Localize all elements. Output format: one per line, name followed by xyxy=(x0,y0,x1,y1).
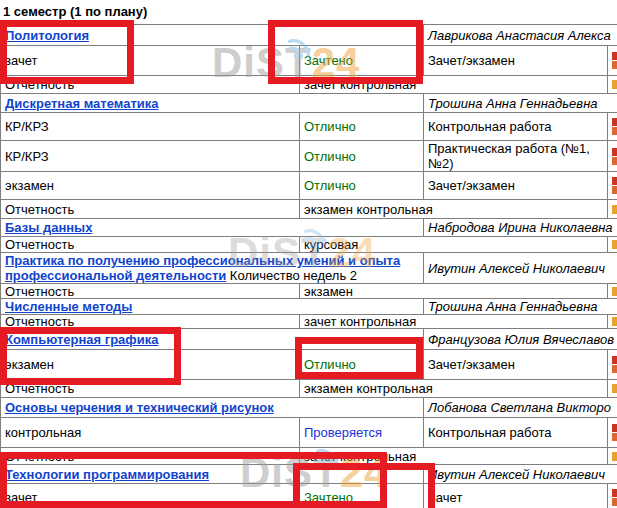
course-title-cell: Технологии программирования xyxy=(1,465,424,484)
edge-cut-cell xyxy=(608,141,617,172)
teacher-name: Лаврикова Анастасия Алекса xyxy=(424,25,617,46)
course-link[interactable]: Компьютерная графика xyxy=(5,332,158,347)
course-title-cell: Численные методы xyxy=(1,299,424,315)
grade-value-cell: Зачтено xyxy=(300,46,424,76)
edge-fragment xyxy=(612,80,617,89)
course-title-cell: Дискретная математика xyxy=(1,94,424,113)
course-link[interactable]: Численные методы xyxy=(5,299,132,314)
table-row-course: Компьютерная графикаФранцузова Юлия Вяче… xyxy=(1,329,617,350)
report-value-cell: зачет контрольная xyxy=(300,315,608,329)
table-row-grade: экзаменОтличноЗачет/экзамен xyxy=(1,350,617,380)
grade-value-cell: Отлично xyxy=(300,172,424,200)
report-label-cell: Отчетность xyxy=(1,380,300,398)
edge-fragment xyxy=(612,52,617,60)
table-row-report: Отчетностькурсовая xyxy=(1,237,617,253)
teacher-name: Трошина Анна Геннадьевна xyxy=(424,299,617,315)
report-label-cell: Отчетность xyxy=(1,315,300,329)
grade-kind-cell: Зачет/экзамен xyxy=(424,350,608,380)
grade-label-cell: контрольная xyxy=(1,418,300,448)
grade-value-cell: Отлично xyxy=(300,350,424,380)
course-link[interactable]: Основы черчения и технический рисунок xyxy=(5,400,274,415)
course-title-cell: Компьютерная графика xyxy=(1,329,424,350)
report-label-cell: Отчетность xyxy=(1,448,300,465)
table-row-report: Отчетностьэкзамен контрольная xyxy=(1,380,617,398)
edge-fragment xyxy=(612,424,617,432)
edge-fragment xyxy=(612,205,617,214)
edge-cut-cell xyxy=(608,418,617,448)
edge-fragment xyxy=(612,498,617,506)
course-title-cell: Основы черчения и технический рисунок xyxy=(1,398,424,418)
course-weeks-label: Количество недель 2 xyxy=(226,268,357,283)
report-value-cell: экзамен контрольная xyxy=(300,380,608,398)
report-value-cell: зачет контрольная xyxy=(300,76,608,94)
page-title: 1 семестр (1 по плану) xyxy=(0,0,617,24)
edge-fragment xyxy=(612,356,617,364)
edge-cut-cell xyxy=(608,350,617,380)
grade-value: Зачтено xyxy=(304,53,353,68)
grade-label-cell: экзамен xyxy=(1,350,300,380)
edge-fragment xyxy=(612,384,617,393)
course-title-cell: Практика по получению профессиональных у… xyxy=(1,253,424,284)
report-value-cell: курсовая xyxy=(300,237,608,253)
edge-fragment xyxy=(612,287,617,296)
grades-table: ПолитологияЛаврикова Анастасия Алексазач… xyxy=(0,24,617,508)
report-value-cell: зачет контрольная xyxy=(300,448,608,465)
course-link[interactable]: Политология xyxy=(5,28,89,43)
table-row-course: Технологии программированияИвутин Алексе… xyxy=(1,465,617,484)
teacher-name: Лобанова Светлана Викторо xyxy=(424,398,617,418)
edge-cut-cell xyxy=(608,284,617,299)
edge-cut-cell xyxy=(608,113,617,141)
grade-value-cell: Отлично xyxy=(300,141,424,172)
semester-gradebook-screen: 1 семестр (1 по плану) ПолитологияЛаврик… xyxy=(0,0,617,508)
course-link[interactable]: Технологии программирования xyxy=(5,467,209,482)
edge-fragment xyxy=(612,433,617,441)
edge-fragment xyxy=(612,489,617,497)
edge-fragment xyxy=(612,148,617,156)
edge-cut-cell xyxy=(608,237,617,253)
table-row-report: Отчетностьэкзамен контрольная xyxy=(1,200,617,219)
grade-value-cell: Проверяется xyxy=(300,418,424,448)
teacher-name: Ивутин Алексей Николаевич xyxy=(424,465,617,484)
table-row-grade: экзаменОтличноЗачет/экзамен xyxy=(1,172,617,200)
report-value-cell: экзамен xyxy=(300,284,608,299)
grade-label-cell: КР/КРЗ xyxy=(1,141,300,172)
course-title-cell: Политология xyxy=(1,25,424,46)
report-label-cell: Отчетность xyxy=(1,200,300,219)
grade-kind-cell: Зачет xyxy=(424,484,608,508)
grade-value: Отлично xyxy=(304,357,356,372)
grade-label-cell: экзамен xyxy=(1,172,300,200)
edge-cut-cell xyxy=(608,315,617,329)
table-row-grade: контрольнаяПроверяетсяКонтрольная работа xyxy=(1,418,617,448)
edge-fragment xyxy=(612,61,617,69)
table-row-course: Практика по получению профессиональных у… xyxy=(1,253,617,284)
grade-kind-cell: Контрольная работа xyxy=(424,113,608,141)
edge-cut-cell xyxy=(608,380,617,398)
edge-cut-cell xyxy=(608,76,617,94)
edge-cut-cell xyxy=(608,448,617,465)
grade-label-cell: КР/КРЗ xyxy=(1,113,300,141)
edge-fragment xyxy=(612,186,617,194)
grade-value-cell: Отлично xyxy=(300,113,424,141)
table-row-grade: зачетЗачтеноЗачет xyxy=(1,484,617,508)
table-row-course: Базы данныхНабродова Ирина Николаевна xyxy=(1,219,617,237)
grade-kind-cell: Зачет/экзамен xyxy=(424,172,608,200)
edge-fragment xyxy=(612,240,617,249)
edge-fragment xyxy=(612,177,617,185)
report-value-cell: экзамен контрольная xyxy=(300,200,608,219)
grade-kind-cell: Практическая работа (№1, №2) xyxy=(424,141,608,172)
table-row-course: Основы черчения и технический рисунокЛоб… xyxy=(1,398,617,418)
grade-value: Отлично xyxy=(304,119,356,134)
table-row-report: Отчетностьэкзамен xyxy=(1,284,617,299)
grade-label-cell: зачет xyxy=(1,46,300,76)
course-link[interactable]: Базы данных xyxy=(5,220,92,235)
report-label-cell: Отчетность xyxy=(1,76,300,94)
edge-fragment xyxy=(612,365,617,373)
table-row-course: ПолитологияЛаврикова Анастасия Алекса xyxy=(1,25,617,46)
course-link[interactable]: Дискретная математика xyxy=(5,96,159,111)
report-label-cell: Отчетность xyxy=(1,284,300,299)
grade-kind-cell: Зачет/экзамен xyxy=(424,46,608,76)
report-label-cell: Отчетность xyxy=(1,237,300,253)
edge-cut-cell xyxy=(608,172,617,200)
table-row-grade: КР/КРЗОтличноКонтрольная работа xyxy=(1,113,617,141)
grade-label-cell: зачет xyxy=(1,484,300,508)
